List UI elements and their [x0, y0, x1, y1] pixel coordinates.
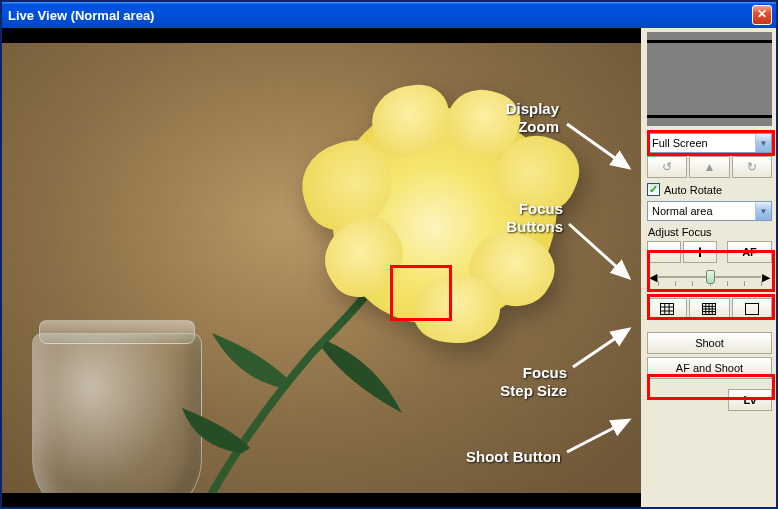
zoom-combo-value: Full Screen	[648, 137, 755, 149]
auto-rotate-row[interactable]: ✓ Auto Rotate	[647, 181, 772, 198]
live-view-window: Live View (Normal area) ✕	[0, 0, 778, 509]
focus-step-slider[interactable]: ◀ ▶	[647, 266, 772, 288]
grid4-button[interactable]	[689, 298, 729, 320]
histogram	[647, 32, 772, 126]
arrow-up-icon: ▲	[704, 160, 716, 174]
af-button[interactable]: AF	[727, 241, 772, 263]
slider-left-button[interactable]: ◀	[648, 270, 658, 284]
rotate-ccw-icon: ↺	[662, 160, 672, 174]
focus-minus-button[interactable]: −	[647, 241, 681, 263]
slider-handle[interactable]	[706, 270, 715, 284]
rotate-row: ↺ ▲ ↻	[647, 156, 772, 178]
area-combo[interactable]: Normal area ▼	[647, 201, 772, 221]
live-preview[interactable]: Display Zoom Focus Buttons Focus Step Si…	[2, 28, 643, 507]
adjust-focus-label: Adjust Focus	[647, 224, 772, 238]
area-combo-value: Normal area	[648, 205, 755, 217]
rotate-cw-button[interactable]: ↻	[732, 156, 772, 178]
auto-rotate-label: Auto Rotate	[664, 184, 722, 196]
sidebar: Full Screen ▼ ↺ ▲ ↻ ✓ Auto Rotate Normal…	[643, 28, 776, 507]
focus-rectangle[interactable]	[390, 265, 452, 321]
chevron-down-icon: ▼	[755, 202, 771, 220]
preview-image	[2, 43, 641, 493]
svg-rect-0	[661, 304, 674, 315]
auto-rotate-checkbox[interactable]: ✓	[647, 183, 660, 196]
zoom-combo[interactable]: Full Screen ▼	[647, 133, 772, 153]
close-button[interactable]: ✕	[752, 5, 772, 25]
grid3-icon	[660, 303, 674, 315]
up-button[interactable]: ▲	[689, 156, 729, 178]
rotate-cw-icon: ↻	[747, 160, 757, 174]
rectangle-icon	[745, 303, 759, 315]
grid-off-button[interactable]	[732, 298, 772, 320]
chevron-down-icon: ▼	[755, 134, 771, 152]
check-icon: ✓	[649, 184, 658, 195]
grid3-button[interactable]	[647, 298, 687, 320]
slider-track[interactable]	[658, 268, 761, 286]
rotate-ccw-button[interactable]: ↺	[647, 156, 687, 178]
af-and-shoot-button[interactable]: AF and Shoot	[647, 357, 772, 379]
titlebar[interactable]: Live View (Normal area) ✕	[2, 2, 776, 28]
lv-button[interactable]: Lv	[728, 389, 772, 411]
grid4-icon	[702, 303, 716, 315]
grid-row	[647, 298, 772, 320]
shoot-button[interactable]: Shoot	[647, 332, 772, 354]
svg-rect-12	[745, 304, 758, 315]
window-title: Live View (Normal area)	[8, 8, 154, 23]
slider-right-button[interactable]: ▶	[761, 270, 771, 284]
focus-buttons-row: − + AF	[647, 241, 772, 263]
focus-plus-button[interactable]: +	[683, 241, 717, 263]
close-icon: ✕	[757, 7, 767, 21]
